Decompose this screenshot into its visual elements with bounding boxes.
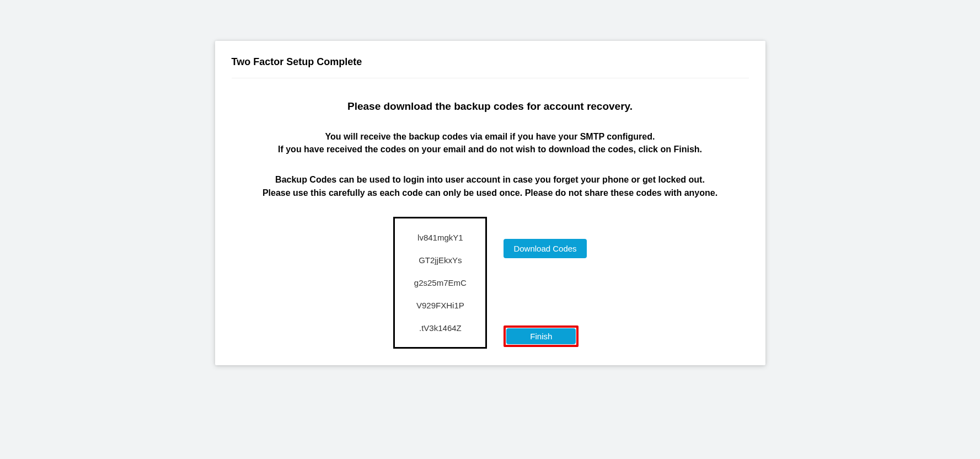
backup-code: GT2jjEkxYs (400, 255, 480, 265)
backup-codes-box: lv841mgkY1 GT2jjEkxYs g2s25m7EmC V929FXH… (393, 217, 487, 349)
finish-button-highlight: Finish (504, 325, 579, 347)
backup-code: lv841mgkY1 (400, 233, 480, 242)
instruction-line-2: If you have received the codes on your e… (232, 143, 749, 156)
instruction-line-4: Please use this carefully as each code c… (232, 186, 749, 199)
backup-code: .tV3k1464Z (400, 323, 480, 333)
card-title: Two Factor Setup Complete (232, 56, 749, 78)
buttons-column: Download Codes Finish (504, 217, 586, 347)
instruction-line-3: Backup Codes can be used to login into u… (232, 173, 749, 186)
instruction-heading: Please download the backup codes for acc… (232, 100, 749, 113)
instruction-line-1: You will receive the backup codes via em… (232, 130, 749, 143)
instructions-section: Please download the backup codes for acc… (232, 100, 749, 199)
two-factor-complete-card: Two Factor Setup Complete Please downloa… (215, 41, 765, 365)
backup-code: V929FXHi1P (400, 301, 480, 310)
instruction-block-1: You will receive the backup codes via em… (232, 130, 749, 156)
download-codes-button[interactable]: Download Codes (504, 239, 586, 258)
codes-and-buttons-row: lv841mgkY1 GT2jjEkxYs g2s25m7EmC V929FXH… (232, 217, 749, 349)
backup-code: g2s25m7EmC (400, 278, 480, 287)
finish-button[interactable]: Finish (506, 328, 576, 344)
instruction-block-2: Backup Codes can be used to login into u… (232, 173, 749, 199)
